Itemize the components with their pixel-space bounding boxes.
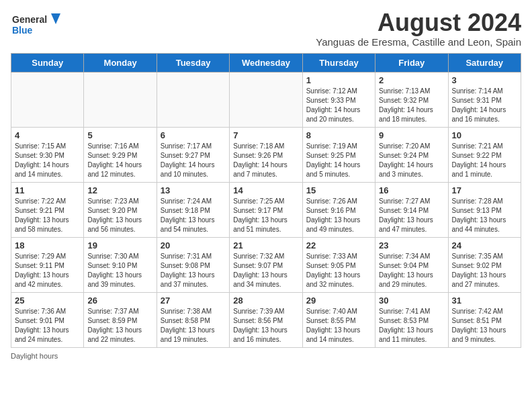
calendar-header-saturday: Saturday [448, 54, 521, 73]
day-info: Sunrise: 7:25 AM Sunset: 9:17 PM Dayligh… [233, 197, 298, 234]
calendar-cell: 20Sunrise: 7:31 AM Sunset: 9:08 PM Dayli… [157, 238, 229, 293]
day-info: Sunrise: 7:20 AM Sunset: 9:24 PM Dayligh… [379, 142, 444, 179]
day-info: Sunrise: 7:39 AM Sunset: 8:56 PM Dayligh… [233, 307, 298, 345]
day-info: Sunrise: 7:23 AM Sunset: 9:20 PM Dayligh… [87, 197, 152, 234]
day-number: 11 [15, 185, 80, 195]
calendar-cell: 16Sunrise: 7:27 AM Sunset: 9:14 PM Dayli… [375, 183, 448, 238]
calendar-header-monday: Monday [84, 54, 157, 73]
calendar-cell: 13Sunrise: 7:24 AM Sunset: 9:18 PM Dayli… [157, 183, 229, 238]
calendar-cell: 6Sunrise: 7:17 AM Sunset: 9:27 PM Daylig… [157, 128, 229, 183]
day-info: Sunrise: 7:26 AM Sunset: 9:16 PM Dayligh… [306, 197, 371, 234]
day-info: Sunrise: 7:31 AM Sunset: 9:08 PM Dayligh… [161, 252, 226, 289]
day-number: 18 [15, 240, 80, 250]
day-info: Sunrise: 7:12 AM Sunset: 9:33 PM Dayligh… [306, 87, 371, 124]
day-info: Sunrise: 7:15 AM Sunset: 9:30 PM Dayligh… [15, 142, 80, 179]
calendar-cell: 11Sunrise: 7:22 AM Sunset: 9:21 PM Dayli… [11, 183, 84, 238]
day-info: Sunrise: 7:17 AM Sunset: 9:27 PM Dayligh… [161, 142, 226, 179]
calendar-cell [157, 73, 229, 128]
day-number: 8 [306, 130, 371, 140]
day-number: 28 [233, 295, 298, 306]
calendar-header-thursday: Thursday [302, 54, 375, 73]
day-info: Sunrise: 7:18 AM Sunset: 9:26 PM Dayligh… [233, 142, 298, 179]
calendar-header-row: SundayMondayTuesdayWednesdayThursdayFrid… [11, 54, 521, 73]
calendar-cell [11, 73, 84, 128]
day-info: Sunrise: 7:24 AM Sunset: 9:18 PM Dayligh… [161, 197, 226, 234]
day-number: 9 [379, 130, 444, 140]
calendar-header-friday: Friday [375, 54, 448, 73]
day-number: 17 [452, 185, 517, 195]
day-info: Sunrise: 7:29 AM Sunset: 9:11 PM Dayligh… [15, 252, 80, 289]
month-year-title: August 2024 [316, 11, 521, 35]
day-number: 19 [87, 240, 152, 250]
day-info: Sunrise: 7:35 AM Sunset: 9:02 PM Dayligh… [452, 252, 517, 289]
logo: GeneralBlue [11, 11, 64, 38]
calendar-cell: 4Sunrise: 7:15 AM Sunset: 9:30 PM Daylig… [11, 128, 84, 183]
day-info: Sunrise: 7:37 AM Sunset: 8:59 PM Dayligh… [87, 307, 152, 345]
day-number: 21 [233, 240, 298, 250]
day-number: 26 [87, 295, 152, 306]
calendar-cell: 14Sunrise: 7:25 AM Sunset: 9:17 PM Dayli… [230, 183, 302, 238]
day-number: 14 [233, 185, 298, 195]
calendar-cell: 5Sunrise: 7:16 AM Sunset: 9:29 PM Daylig… [84, 128, 157, 183]
calendar-cell: 12Sunrise: 7:23 AM Sunset: 9:20 PM Dayli… [84, 183, 157, 238]
day-info: Sunrise: 7:19 AM Sunset: 9:25 PM Dayligh… [306, 142, 371, 179]
svg-marker-2 [51, 13, 60, 24]
day-number: 22 [306, 240, 371, 250]
calendar-cell: 2Sunrise: 7:13 AM Sunset: 9:32 PM Daylig… [375, 73, 448, 128]
calendar-cell: 29Sunrise: 7:40 AM Sunset: 8:55 PM Dayli… [302, 293, 375, 348]
day-info: Sunrise: 7:28 AM Sunset: 9:13 PM Dayligh… [452, 197, 517, 234]
calendar-cell: 8Sunrise: 7:19 AM Sunset: 9:25 PM Daylig… [302, 128, 375, 183]
calendar-cell: 17Sunrise: 7:28 AM Sunset: 9:13 PM Dayli… [448, 183, 521, 238]
calendar-table: SundayMondayTuesdayWednesdayThursdayFrid… [11, 53, 521, 348]
svg-text:Blue: Blue [12, 25, 33, 36]
calendar-cell: 28Sunrise: 7:39 AM Sunset: 8:56 PM Dayli… [230, 293, 302, 348]
day-info: Sunrise: 7:14 AM Sunset: 9:31 PM Dayligh… [452, 87, 517, 124]
calendar-cell: 25Sunrise: 7:36 AM Sunset: 9:01 PM Dayli… [11, 293, 84, 348]
calendar-cell: 26Sunrise: 7:37 AM Sunset: 8:59 PM Dayli… [84, 293, 157, 348]
day-number: 2 [379, 75, 444, 85]
day-number: 29 [306, 295, 371, 306]
calendar-header-sunday: Sunday [11, 54, 84, 73]
day-number: 5 [87, 130, 152, 140]
calendar-cell: 1Sunrise: 7:12 AM Sunset: 9:33 PM Daylig… [302, 73, 375, 128]
day-number: 15 [306, 185, 371, 195]
calendar-cell: 7Sunrise: 7:18 AM Sunset: 9:26 PM Daylig… [230, 128, 302, 183]
calendar-cell: 3Sunrise: 7:14 AM Sunset: 9:31 PM Daylig… [448, 73, 521, 128]
calendar-header-tuesday: Tuesday [157, 54, 229, 73]
day-number: 13 [161, 185, 226, 195]
calendar-cell: 30Sunrise: 7:41 AM Sunset: 8:53 PM Dayli… [375, 293, 448, 348]
calendar-cell: 9Sunrise: 7:20 AM Sunset: 9:24 PM Daylig… [375, 128, 448, 183]
day-number: 30 [379, 295, 444, 306]
calendar-cell: 22Sunrise: 7:33 AM Sunset: 9:05 PM Dayli… [302, 238, 375, 293]
day-info: Sunrise: 7:33 AM Sunset: 9:05 PM Dayligh… [306, 252, 371, 289]
day-number: 6 [161, 130, 226, 140]
day-info: Sunrise: 7:27 AM Sunset: 9:14 PM Dayligh… [379, 197, 444, 234]
day-info: Sunrise: 7:41 AM Sunset: 8:53 PM Dayligh… [379, 307, 444, 345]
calendar-cell [230, 73, 302, 128]
logo-icon: GeneralBlue [11, 11, 64, 38]
day-number: 1 [306, 75, 371, 85]
calendar-cell: 10Sunrise: 7:21 AM Sunset: 9:22 PM Dayli… [448, 128, 521, 183]
day-number: 4 [15, 130, 80, 140]
day-info: Sunrise: 7:34 AM Sunset: 9:04 PM Dayligh… [379, 252, 444, 289]
page-header: GeneralBlue August 2024 Yanguas de Eresm… [11, 11, 521, 48]
day-number: 27 [161, 295, 226, 306]
day-info: Sunrise: 7:40 AM Sunset: 8:55 PM Dayligh… [306, 307, 371, 345]
day-info: Sunrise: 7:30 AM Sunset: 9:10 PM Dayligh… [87, 252, 152, 289]
calendar-cell: 21Sunrise: 7:32 AM Sunset: 9:07 PM Dayli… [230, 238, 302, 293]
day-info: Sunrise: 7:38 AM Sunset: 8:58 PM Dayligh… [161, 307, 226, 345]
location-subtitle: Yanguas de Eresma, Castille and Leon, Sp… [316, 36, 521, 48]
svg-text:General: General [12, 14, 47, 25]
calendar-cell: 19Sunrise: 7:30 AM Sunset: 9:10 PM Dayli… [84, 238, 157, 293]
day-number: 20 [161, 240, 226, 250]
day-number: 3 [452, 75, 517, 85]
day-number: 7 [233, 130, 298, 140]
day-info: Sunrise: 7:32 AM Sunset: 9:07 PM Dayligh… [233, 252, 298, 289]
calendar-cell: 15Sunrise: 7:26 AM Sunset: 9:16 PM Dayli… [302, 183, 375, 238]
day-number: 10 [452, 130, 517, 140]
day-number: 25 [15, 295, 80, 306]
day-number: 23 [379, 240, 444, 250]
calendar-cell: 31Sunrise: 7:42 AM Sunset: 8:51 PM Dayli… [448, 293, 521, 348]
title-block: August 2024 Yanguas de Eresma, Castille … [316, 11, 521, 48]
day-info: Sunrise: 7:13 AM Sunset: 9:32 PM Dayligh… [379, 87, 444, 124]
